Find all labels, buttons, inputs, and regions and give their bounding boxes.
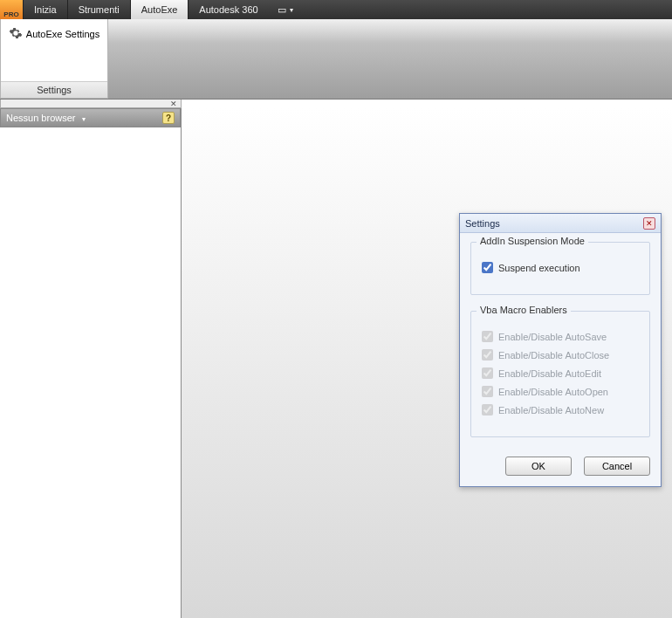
group-suspension: AddIn Suspension Mode Suspend execution [470, 242, 650, 295]
settings-dialog: Settings ✕ AddIn Suspension Mode Suspend… [459, 213, 662, 487]
autosave-label: Enable/Disable AutoSave [498, 332, 607, 342]
suspend-execution-row[interactable]: Suspend execution [482, 262, 639, 273]
chevron-down-icon: ▾ [82, 115, 86, 123]
ribbon-area: AutoExe Settings Settings [0, 19, 672, 100]
autoopen-checkbox [482, 386, 493, 397]
autosave-row: Enable/Disable AutoSave [482, 331, 639, 342]
main-split: Nessun browser ▾ ? Settings ✕ AddIn Susp… [0, 108, 672, 618]
autoopen-label: Enable/Disable AutoOpen [498, 387, 608, 397]
autoexe-settings-label: AutoExe Settings [26, 29, 99, 39]
dialog-buttons: OK Cancel [470, 453, 650, 476]
cancel-button[interactable]: Cancel [584, 457, 650, 476]
suspend-execution-label: Suspend execution [498, 263, 580, 273]
autoclose-label: Enable/Disable AutoClose [498, 350, 609, 360]
dialog-titlebar[interactable]: Settings ✕ [460, 214, 661, 233]
autoedit-label: Enable/Disable AutoEdit [498, 368, 601, 379]
ok-button[interactable]: OK [505, 457, 572, 476]
close-icon[interactable]: ✕ [168, 100, 179, 108]
chevron-down-icon: ▾ [290, 6, 293, 14]
ribbon-panel-title: Settings [1, 81, 107, 98]
autoedit-row: Enable/Disable AutoEdit [482, 367, 639, 379]
group-vba: Vba Macro Enablers Enable/Disable AutoSa… [470, 311, 650, 437]
group-vba-header: Vba Macro Enablers [477, 305, 571, 315]
menu-autoexe[interactable]: AutoExe [130, 0, 189, 19]
gear-icon [9, 26, 23, 42]
menu-strumenti[interactable]: Strumenti [67, 0, 130, 19]
sidebar: Nessun browser ▾ ? [0, 108, 182, 618]
autoclose-checkbox [482, 349, 493, 360]
autonew-checkbox [482, 404, 493, 415]
panel-strip: ✕ [0, 100, 182, 108]
pro-badge: PRO [0, 0, 23, 19]
menu-extra[interactable]: ▭ ▾ [269, 0, 302, 19]
help-icon[interactable]: ? [162, 112, 175, 124]
autoexe-settings-button[interactable]: AutoExe Settings [1, 19, 107, 81]
menu-inizia[interactable]: Inizia [23, 0, 67, 19]
autonew-label: Enable/Disable AutoNew [498, 405, 604, 415]
browser-header[interactable]: Nessun browser ▾ ? [0, 108, 181, 127]
canvas: Settings ✕ AddIn Suspension Mode Suspend… [182, 108, 672, 618]
close-icon[interactable]: ✕ [643, 217, 655, 230]
browser-label: Nessun browser [6, 113, 75, 123]
menu-autodesk360[interactable]: Autodesk 360 [188, 0, 268, 19]
dialog-title-text: Settings [465, 218, 500, 229]
ribbon-panel-settings: AutoExe Settings Settings [0, 19, 108, 99]
autoedit-checkbox [482, 367, 493, 379]
menubar: PRO Inizia Strumenti AutoExe Autodesk 36… [0, 0, 672, 19]
autosave-checkbox [482, 331, 493, 342]
autonew-row: Enable/Disable AutoNew [482, 404, 639, 415]
box-icon: ▭ [278, 4, 286, 16]
group-suspension-header: AddIn Suspension Mode [477, 236, 588, 246]
suspend-execution-checkbox[interactable] [482, 262, 493, 273]
autoopen-row: Enable/Disable AutoOpen [482, 386, 639, 397]
autoclose-row: Enable/Disable AutoClose [482, 349, 639, 360]
dialog-body: AddIn Suspension Mode Suspend execution … [460, 233, 661, 486]
